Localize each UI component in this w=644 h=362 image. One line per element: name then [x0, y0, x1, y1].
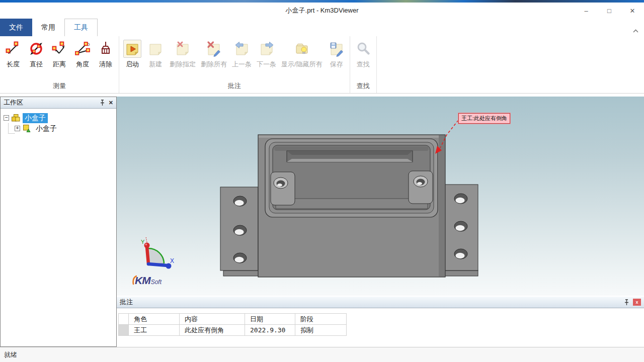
ribbon-button-label: 角度: [76, 60, 89, 69]
tab-bar: 文件常用工具: [0, 19, 644, 36]
ribbon-group-label: 批注: [121, 79, 348, 93]
button-长度[interactable]: 长度: [2, 38, 25, 69]
annotation-panel-title: 批注: [120, 298, 620, 307]
ribbon-button-label: 保存: [330, 60, 343, 69]
column-header-内容: 内容: [180, 314, 245, 325]
status-text: 就绪: [4, 350, 17, 359]
ribbon-group-测量: 长度直径距离角度清除测量: [0, 36, 119, 93]
close-button[interactable]: ✕: [621, 3, 644, 19]
note-new-icon: [146, 40, 165, 58]
workspace-panel-title: 工作区: [4, 98, 96, 107]
minimize-button[interactable]: –: [575, 3, 598, 19]
column-header-角色: 角色: [129, 314, 180, 325]
ribbon-collapse-button[interactable]: [632, 28, 639, 34]
tab-常用[interactable]: 常用: [32, 19, 64, 36]
measure-diameter-icon: [27, 40, 45, 58]
close-icon: x: [635, 300, 638, 305]
note-start-icon: [123, 40, 141, 58]
annotation-panel: 批注 x 角色内容日期阶段 王工此处应有倒角2022.9.30拟制: [117, 296, 644, 347]
expand-expander[interactable]: +: [15, 126, 20, 131]
close-icon: ✕: [109, 100, 113, 106]
tree-connector: [8, 123, 15, 134]
note-prev-icon: [233, 40, 251, 58]
search-icon: [354, 40, 372, 58]
column-header-日期: 日期: [245, 314, 295, 325]
button-删除指定[interactable]: 删除指定: [167, 38, 198, 69]
button-角度[interactable]: 角度: [71, 38, 94, 69]
axis-y-label: Y: [141, 239, 145, 245]
tree-item-label: 小盒子: [23, 113, 48, 123]
tab-工具[interactable]: 工具: [64, 19, 98, 36]
annotation-table-header-row: 角色内容日期阶段: [119, 314, 347, 325]
tree-item-小盒子[interactable]: +小盒子: [1, 123, 116, 134]
ribbon-button-label: 距离: [53, 60, 66, 69]
button-显示/隐藏所有[interactable]: 显示/隐藏所有: [279, 38, 325, 69]
annotation-panel-header: 批注 x: [117, 297, 644, 308]
maximize-icon: □: [607, 7, 611, 15]
maximize-button[interactable]: □: [598, 3, 621, 19]
annotation-flag[interactable]: 王工:此处应有倒角: [458, 113, 510, 124]
ribbon-group-label: 测量: [2, 79, 117, 93]
tree-item-label: 小盒子: [34, 124, 59, 134]
close-icon: ✕: [630, 7, 635, 15]
pin-icon: [624, 299, 629, 306]
button-删除所有[interactable]: 删除所有: [198, 38, 229, 69]
ribbon: 长度直径距离角度清除测量启动新建删除指定删除所有上一条下一条显示/隐藏所有保存批…: [0, 36, 644, 94]
pin-icon: [100, 100, 105, 106]
column-header-阶段: 阶段: [295, 314, 347, 325]
cell-date: 2022.9.30: [245, 325, 295, 336]
workspace-panel: 工作区 ✕ −小盒子+小盒子: [0, 97, 117, 347]
assembly-icon: [11, 114, 20, 122]
collapse-expander[interactable]: −: [4, 115, 9, 121]
logo-soft-text: Soft: [151, 279, 162, 286]
note-delete-all-icon: [205, 40, 223, 58]
button-启动[interactable]: 启动: [121, 38, 144, 69]
button-直径[interactable]: 直径: [25, 38, 48, 69]
note-next-icon: [258, 40, 276, 58]
workspace-tree: −小盒子+小盒子: [1, 109, 116, 346]
annotation-close-button[interactable]: x: [633, 299, 641, 306]
logo-km-text: KM: [135, 275, 150, 286]
window-controls: –□✕: [575, 3, 644, 19]
ribbon-button-label: 直径: [30, 60, 43, 69]
measure-angle-icon: [73, 40, 92, 58]
table-row[interactable]: 王工此处应有倒角2022.9.30拟制: [119, 325, 347, 336]
button-下一条[interactable]: 下一条: [254, 38, 279, 69]
annotation-pin-button[interactable]: [624, 299, 629, 306]
model-3d-render: Y X: [117, 97, 644, 296]
button-查找[interactable]: 查找: [352, 38, 375, 69]
button-上一条[interactable]: 上一条: [229, 38, 254, 69]
ribbon-button-label: 启动: [126, 60, 139, 69]
ribbon-group-批注: 启动新建删除指定删除所有上一条下一条显示/隐藏所有保存批注: [119, 36, 350, 93]
button-新建[interactable]: 新建: [144, 38, 167, 69]
tree-item-小盒子[interactable]: −小盒子: [1, 113, 116, 123]
note-save-icon: [328, 40, 346, 58]
ribbon-button-label: 查找: [357, 60, 370, 69]
window-title: 小盒子.prt - Km3DViewer: [286, 6, 359, 15]
ribbon-group-label: 查找: [352, 79, 375, 93]
chevron-up-icon: [633, 29, 638, 33]
row-selector-header: [119, 314, 129, 325]
cell-content: 此处应有倒角: [180, 325, 245, 336]
row-selector-cell[interactable]: [119, 325, 129, 336]
titlebar[interactable]: 小盒子.prt - Km3DViewer –□✕: [0, 3, 644, 19]
ribbon-button-label: 新建: [149, 60, 162, 69]
button-距离[interactable]: 距离: [48, 38, 71, 69]
ribbon-button-label: 下一条: [257, 60, 276, 69]
measure-distance-icon: [50, 40, 68, 58]
button-清除[interactable]: 清除: [94, 38, 117, 69]
tab-文件[interactable]: 文件: [0, 19, 32, 36]
workspace-pin-button[interactable]: [100, 100, 105, 106]
ribbon-button-label: 长度: [7, 60, 20, 69]
viewport-3d[interactable]: Y X 王工:此处应有倒角 KM Soft: [117, 97, 644, 296]
button-保存[interactable]: 保存: [325, 38, 348, 69]
km-soft-logo: KM Soft: [132, 275, 162, 287]
measure-length-icon: [4, 40, 22, 58]
workspace-close-button[interactable]: ✕: [109, 100, 113, 106]
note-show-hide-icon: [293, 40, 311, 58]
annotation-table: 角色内容日期阶段 王工此处应有倒角2022.9.30拟制: [118, 313, 347, 336]
axis-x-label: X: [170, 257, 174, 264]
ribbon-group-查找: 查找查找: [350, 36, 377, 93]
ribbon-button-label: 上一条: [232, 60, 252, 69]
workspace-panel-header: 工作区 ✕: [1, 97, 116, 109]
